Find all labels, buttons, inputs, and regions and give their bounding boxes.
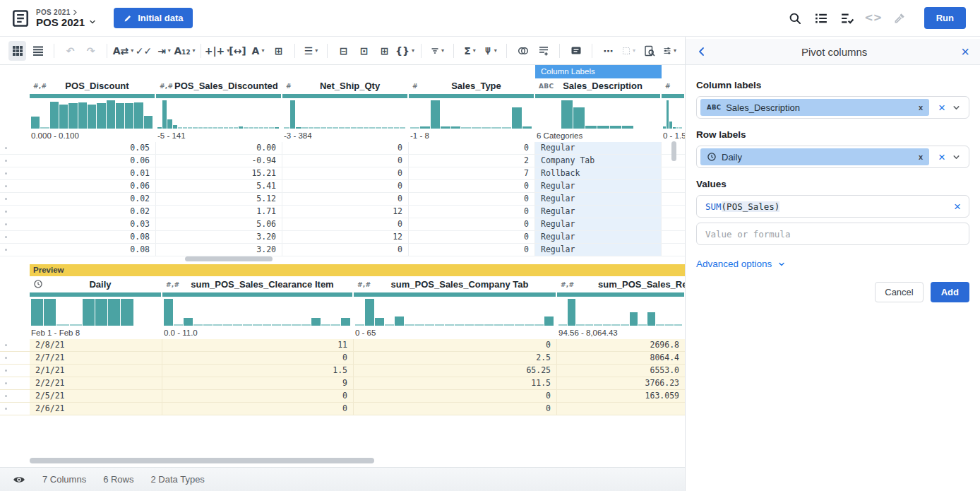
list-view-button[interactable] xyxy=(29,41,47,61)
more-options-button[interactable]: ⋯ xyxy=(599,41,617,61)
join-data-button[interactable]: ⋔▾ xyxy=(482,41,499,61)
cell[interactable]: 0 xyxy=(282,155,409,167)
cell[interactable]: Regular xyxy=(535,193,662,205)
cell[interactable]: 0 xyxy=(409,231,535,243)
cell[interactable]: 11.5 xyxy=(354,377,557,389)
column-labels-chip[interactable]: ABC Sales_Description x xyxy=(700,99,929,116)
resize-columns-button[interactable]: [↔] xyxy=(229,41,246,61)
cell[interactable]: 0 xyxy=(354,390,557,402)
group-rows-button[interactable]: ☰▾ xyxy=(302,41,320,61)
cell[interactable]: 0 xyxy=(354,339,557,351)
column-header-sum_POS_Sales_Clearance Item[interactable]: #,#sum_POS_Sales_Clearance Item0.0 - 11.… xyxy=(162,276,354,339)
cell[interactable]: 8064.4 xyxy=(557,352,685,364)
column-header-Sales_Type[interactable]: #Sales_Type-1 - 8 xyxy=(409,78,535,142)
row-handle[interactable] xyxy=(0,218,30,230)
cell[interactable]: 0.01 xyxy=(30,167,156,179)
initial-data-button[interactable]: Initial data xyxy=(114,8,192,28)
cell[interactable]: 0 xyxy=(282,167,409,179)
cell[interactable]: 0 xyxy=(162,403,354,415)
pivot-columns-button[interactable]: ⊡ xyxy=(355,41,373,61)
breadcrumb[interactable]: POS 2021 xyxy=(36,8,97,16)
column-header-Sales_Description[interactable]: ABCSales_Description6 Categories xyxy=(535,78,662,142)
bottom-horizontal-scrollbar[interactable] xyxy=(30,458,374,463)
cell[interactable] xyxy=(662,218,685,230)
cell[interactable]: 0 xyxy=(409,193,535,205)
cell[interactable]: 0 xyxy=(282,180,409,192)
cell[interactable] xyxy=(662,206,685,218)
cell[interactable]: 0.06 xyxy=(30,155,156,167)
cell[interactable]: 0.05 xyxy=(30,142,156,154)
grid-view-button[interactable] xyxy=(8,41,26,61)
new-value-input[interactable]: Value or formula xyxy=(696,223,969,245)
vertical-scrollbar[interactable] xyxy=(671,141,676,161)
cell[interactable]: 2/7/21 xyxy=(30,352,162,364)
view-settings-button[interactable]: ▾ xyxy=(661,41,679,61)
filter-rows-button[interactable]: ▾ xyxy=(429,41,446,61)
cell[interactable]: 0 xyxy=(409,206,535,218)
cell[interactable]: 3.20 xyxy=(156,244,282,256)
cell[interactable] xyxy=(557,403,685,415)
cell[interactable]: Regular xyxy=(535,244,662,256)
cell[interactable]: 1.71 xyxy=(156,206,282,218)
row-handle[interactable] xyxy=(0,180,30,192)
row-handle[interactable] xyxy=(0,193,30,205)
row-handle[interactable] xyxy=(0,390,30,402)
validate-values-button[interactable]: ✓✓ xyxy=(135,41,153,61)
cell[interactable]: Rollback xyxy=(535,167,662,179)
format-values-button[interactable]: A▾ xyxy=(249,41,267,61)
applied-steps-icon[interactable] xyxy=(840,11,854,25)
cell[interactable]: 2696.8 xyxy=(557,339,685,351)
cell[interactable] xyxy=(662,193,685,205)
row-labels-input[interactable]: Daily x × xyxy=(696,146,969,168)
cell[interactable]: 9 xyxy=(162,377,354,389)
cell[interactable]: 0 xyxy=(282,193,409,205)
cell[interactable] xyxy=(662,231,685,243)
cell[interactable]: 5.06 xyxy=(156,218,282,230)
cell[interactable]: 6553.0 xyxy=(557,365,685,377)
column-header-Net_Ship_Qty[interactable]: #Net_Ship_Qty-3 - 384 xyxy=(282,78,409,142)
cell[interactable]: Regular xyxy=(535,231,662,243)
cell[interactable]: 12 xyxy=(282,231,409,243)
row-handle[interactable] xyxy=(0,244,30,256)
cell[interactable]: Regular xyxy=(535,206,662,218)
unpivot-columns-button[interactable]: ⊟ xyxy=(335,41,352,61)
column-header-sum_POS_Sales_Company Tab[interactable]: #,#sum_POS_Sales_Company Tab0 - 65 xyxy=(354,276,557,339)
row-handle[interactable] xyxy=(0,142,30,154)
cell[interactable]: 3766.23 xyxy=(557,377,685,389)
column-header-sum_POS_Sales_Regu[interactable]: #,#sum_POS_Sales_Regu94.56 - 8,064.43 xyxy=(557,276,685,339)
row-handle[interactable] xyxy=(0,403,30,415)
cell[interactable]: 0.08 xyxy=(30,244,156,256)
cell[interactable]: 2 xyxy=(409,155,535,167)
cell[interactable]: 0.06 xyxy=(30,180,156,192)
cell[interactable]: Regular xyxy=(535,142,662,154)
move-column-button[interactable]: ⇥▾ xyxy=(155,41,173,61)
sort-rows-button[interactable]: A₁₂▾ xyxy=(176,41,193,61)
panel-back-button[interactable] xyxy=(696,46,707,57)
values-formula-input[interactable]: SUM(POS_Sales) × xyxy=(696,195,969,218)
column-labels-input[interactable]: ABC Sales_Description x × xyxy=(696,96,969,119)
cell[interactable]: 5.41 xyxy=(156,180,282,192)
cell[interactable]: 0.00 xyxy=(156,142,282,154)
cell[interactable]: 2/8/21 xyxy=(30,339,162,351)
run-button[interactable]: Run xyxy=(924,7,966,29)
functions-button[interactable]: {}▾ xyxy=(396,41,414,61)
search-icon[interactable] xyxy=(788,11,802,25)
column-header-POS_Sales_Discounted[interactable]: #,#POS_Sales_Discounted-5 - 141 xyxy=(156,78,282,142)
cell[interactable]: 0 xyxy=(282,244,409,256)
cell[interactable]: 0 xyxy=(354,403,557,415)
field-chevron-down-icon[interactable] xyxy=(952,103,961,112)
advanced-options-link[interactable]: Advanced options xyxy=(696,259,786,269)
field-chevron-down-icon[interactable] xyxy=(952,153,961,162)
cell[interactable] xyxy=(662,244,685,256)
cell[interactable]: 65.25 xyxy=(354,365,557,377)
row-handle[interactable] xyxy=(0,339,30,351)
cell[interactable]: 12 xyxy=(282,206,409,218)
union-data-button[interactable] xyxy=(514,41,532,61)
row-handle[interactable] xyxy=(0,352,30,364)
cell[interactable]: 0 xyxy=(409,244,535,256)
row-handle[interactable] xyxy=(0,155,30,167)
panel-close-button[interactable]: × xyxy=(961,45,969,59)
chip-remove-button[interactable]: x xyxy=(919,153,923,161)
cell[interactable]: 0 xyxy=(409,218,535,230)
row-handle[interactable] xyxy=(0,206,30,218)
